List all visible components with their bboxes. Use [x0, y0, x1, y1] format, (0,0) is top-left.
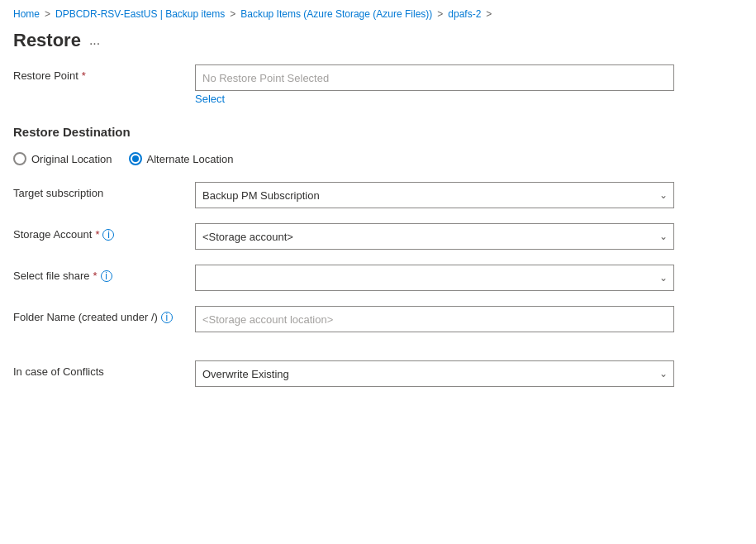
page-header: Restore ...	[0, 26, 756, 64]
conflicts-label: In case of Conflicts	[13, 360, 195, 378]
storage-account-row: Storage Account * i <Storage account> ⌄	[13, 223, 730, 250]
alternate-location-radio[interactable]	[129, 152, 142, 165]
folder-name-control	[195, 306, 674, 332]
page-ellipsis[interactable]: ...	[89, 33, 100, 48]
restore-point-required: *	[82, 69, 86, 82]
file-share-control: ⌄	[195, 265, 674, 291]
page-title: Restore	[13, 30, 81, 51]
restore-point-label: Restore Point *	[13, 64, 195, 82]
alternate-location-label: Alternate Location	[147, 153, 234, 165]
target-subscription-select-wrapper: Backup PM Subscription ⌄	[195, 182, 674, 208]
restore-destination-title: Restore Destination	[13, 125, 730, 139]
conflicts-select[interactable]: Overwrite Existing	[195, 360, 674, 387]
target-subscription-row: Target subscription Backup PM Subscripti…	[13, 182, 730, 208]
main-content: Restore Point * Select Restore Destinati…	[0, 64, 744, 387]
storage-account-label: Storage Account * i	[13, 223, 195, 241]
breadcrumb-sep-3: >	[437, 8, 443, 20]
restore-point-section: Restore Point * Select	[13, 64, 730, 105]
conflicts-row: In case of Conflicts Overwrite Existing …	[13, 360, 730, 387]
original-location-radio[interactable]	[13, 152, 26, 165]
breadcrumb: Home > DPBCDR-RSV-EastUS | Backup items …	[0, 0, 756, 26]
conflicts-select-wrapper: Overwrite Existing ⌄	[195, 360, 674, 387]
conflicts-control: Overwrite Existing ⌄	[195, 360, 674, 387]
storage-account-required: *	[95, 228, 99, 241]
file-share-row: Select file share * i ⌄	[13, 265, 730, 291]
breadcrumb-dpafs[interactable]: dpafs-2	[448, 8, 481, 20]
target-subscription-label: Target subscription	[13, 182, 195, 199]
breadcrumb-sep-4: >	[486, 8, 492, 20]
destination-section: Restore Destination Original Location Al…	[13, 125, 730, 332]
storage-account-select[interactable]: <Storage account>	[195, 223, 674, 250]
file-share-select[interactable]	[195, 265, 674, 291]
restore-point-select-link[interactable]: Select	[195, 93, 674, 105]
restore-point-control: Select	[195, 64, 674, 105]
restore-point-row: Restore Point * Select	[13, 64, 730, 105]
file-share-label: Select file share * i	[13, 265, 195, 282]
breadcrumb-backup-items[interactable]: Backup Items (Azure Storage (Azure Files…	[240, 8, 432, 20]
breadcrumb-home[interactable]: Home	[13, 8, 40, 20]
folder-name-info-icon[interactable]: i	[161, 312, 173, 323]
target-subscription-control: Backup PM Subscription ⌄	[195, 182, 674, 208]
spacer	[13, 347, 730, 360]
folder-name-row: Folder Name (created under /) i	[13, 306, 730, 332]
file-share-required: *	[93, 270, 97, 282]
breadcrumb-sep-1: >	[45, 8, 50, 20]
folder-name-input[interactable]	[195, 306, 674, 332]
target-subscription-select[interactable]: Backup PM Subscription	[195, 182, 674, 208]
breadcrumb-sep-2: >	[230, 8, 235, 20]
storage-account-select-wrapper: <Storage account> ⌄	[195, 223, 674, 250]
original-location-option[interactable]: Original Location	[13, 152, 112, 165]
breadcrumb-rsv[interactable]: DPBCDR-RSV-EastUS | Backup items	[55, 8, 225, 20]
alternate-location-option[interactable]: Alternate Location	[129, 152, 234, 165]
original-location-label: Original Location	[31, 153, 112, 165]
file-share-info-icon[interactable]: i	[101, 270, 112, 282]
file-share-select-wrapper: ⌄	[195, 265, 674, 291]
storage-account-info-icon[interactable]: i	[102, 229, 114, 241]
location-radio-group: Original Location Alternate Location	[13, 152, 730, 165]
folder-name-label: Folder Name (created under /) i	[13, 306, 195, 323]
restore-point-input[interactable]	[195, 64, 674, 91]
storage-account-control: <Storage account> ⌄	[195, 223, 674, 250]
